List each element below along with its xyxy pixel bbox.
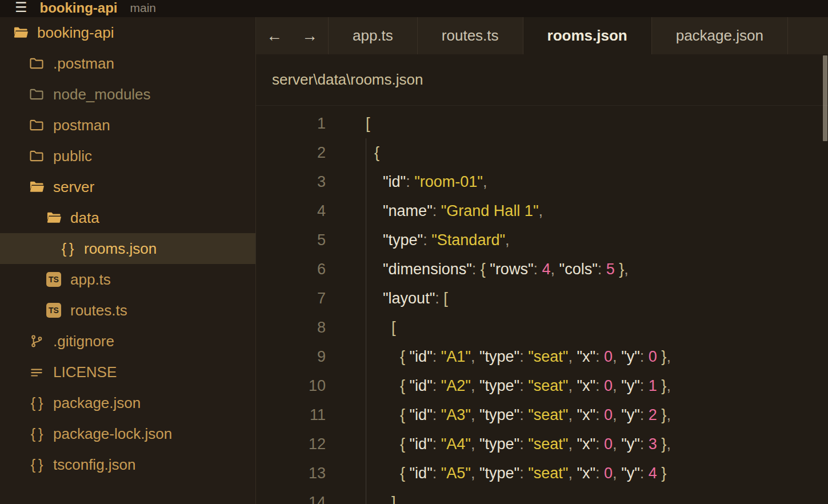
sidebar-item-label: booking-api — [37, 24, 114, 42]
folder-icon — [27, 86, 46, 102]
branch-label[interactable]: main — [130, 1, 157, 15]
sidebar-item-public[interactable]: public — [0, 141, 255, 171]
code-text: { "id": "A4", "type": "seat", "x": 0, "y… — [326, 435, 671, 453]
json-icon: { } — [27, 426, 46, 442]
code-text: { "id": "A3", "type": "seat", "x": 0, "y… — [326, 406, 671, 424]
sidebar-item-label: routes.ts — [70, 302, 127, 319]
code-line[interactable]: 9 { "id": "A1", "type": "seat", "x": 0, … — [256, 342, 828, 371]
ts-icon: TS — [45, 272, 63, 287]
indent-guide — [366, 138, 366, 504]
sidebar-item-tsconfig-json[interactable]: { }tsconfig.json — [0, 449, 255, 480]
title-bar: ☰ booking-api main — [0, 0, 828, 17]
code-text: "layout": [ — [326, 290, 448, 307]
code-editor[interactable]: 1[2 {3 "id": "room-01",4 "name": "Grand … — [256, 106, 828, 504]
sidebar-item-package-json[interactable]: { }package.json — [0, 387, 255, 418]
sidebar-item-label: node_modules — [53, 86, 151, 103]
breadcrumb[interactable]: server\data\rooms.json — [272, 71, 423, 89]
json-icon: { } — [27, 457, 46, 473]
sidebar-item-gitignore[interactable]: .gitignore — [0, 326, 255, 357]
code-line[interactable]: 13 { "id": "A5", "type": "seat", "x": 0,… — [256, 459, 828, 488]
line-number: 8 — [256, 319, 326, 337]
folder-icon — [27, 55, 46, 71]
tab-routes-ts[interactable]: routes.ts — [418, 17, 523, 54]
breadcrumb-bar: server\data\rooms.json — [256, 54, 828, 106]
line-number: 12 — [256, 435, 326, 453]
sidebar-item-rooms-json[interactable]: { }rooms.json — [0, 233, 255, 264]
folder-open-icon — [45, 210, 63, 226]
code-line[interactable]: 3 "id": "room-01", — [256, 167, 828, 197]
tab-app-ts[interactable]: app.ts — [329, 17, 418, 54]
line-number: 5 — [256, 231, 326, 249]
nav-arrows: ← → — [256, 17, 329, 54]
sidebar-item-label: server — [53, 178, 94, 196]
line-number: 6 — [256, 261, 326, 278]
sidebar-item-node-modules[interactable]: node_modules — [0, 79, 255, 110]
code-text: [ — [326, 115, 370, 133]
line-number: 14 — [256, 494, 326, 504]
line-number: 4 — [256, 202, 326, 220]
git-icon — [27, 334, 46, 349]
code-line[interactable]: 2 { — [256, 138, 828, 167]
sidebar-item-label: package.json — [53, 394, 141, 412]
json-icon: { } — [27, 395, 46, 411]
sidebar-item-label: .postman — [53, 55, 114, 73]
project-title[interactable]: booking-api — [40, 0, 118, 16]
line-number: 9 — [256, 348, 326, 366]
sidebar-item-data[interactable]: data — [0, 202, 255, 233]
code-line[interactable]: 11 { "id": "A3", "type": "seat", "x": 0,… — [256, 401, 828, 430]
sidebar-item-license[interactable]: LICENSE — [0, 357, 255, 387]
code-line[interactable]: 12 { "id": "A4", "type": "seat", "x": 0,… — [256, 430, 828, 459]
line-number: 10 — [256, 377, 326, 395]
sidebar-item-package-lock-json[interactable]: { }package-lock.json — [0, 418, 255, 449]
code-text: "type": "Standard", — [326, 231, 510, 249]
code-text: { "id": "A5", "type": "seat", "x": 0, "y… — [326, 465, 666, 482]
code-line[interactable]: 6 "dimensions": { "rows": 4, "cols": 5 }… — [256, 255, 828, 284]
code-text: { "id": "A1", "type": "seat", "x": 0, "y… — [326, 348, 671, 366]
sidebar-item-label: public — [53, 147, 92, 165]
code-line[interactable]: 1[ — [256, 109, 828, 138]
sidebar-item-label: data — [70, 209, 99, 227]
sidebar-item-label: .gitignore — [53, 333, 114, 350]
sidebar-item-server[interactable]: server — [0, 171, 255, 202]
line-number: 7 — [256, 290, 326, 307]
menu-icon[interactable]: ☰ — [15, 1, 27, 14]
code-line[interactable]: 14 ] — [256, 488, 828, 504]
line-number: 2 — [256, 144, 326, 162]
sidebar-item-booking-api[interactable]: booking-api — [0, 17, 255, 48]
sidebar-item-label: rooms.json — [84, 240, 157, 258]
code-text: ] — [326, 494, 396, 504]
code-line[interactable]: 5 "type": "Standard", — [256, 226, 828, 255]
sidebar-item-label: LICENSE — [53, 363, 117, 381]
line-number: 13 — [256, 465, 326, 482]
file-explorer: booking-api.postmannode_modulespostmanpu… — [0, 17, 256, 504]
sidebar-item-label: postman — [53, 117, 110, 134]
code-line[interactable]: 10 { "id": "A2", "type": "seat", "x": 0,… — [256, 371, 828, 401]
back-button[interactable]: ← — [266, 27, 282, 45]
sidebar-item-postman[interactable]: postman — [0, 110, 255, 141]
editor-pane: ← → app.tsroutes.tsrooms.jsonpackage.jso… — [256, 17, 828, 504]
forward-button[interactable]: → — [302, 27, 318, 45]
code-text: "dimensions": { "rows": 4, "cols": 5 }, — [326, 261, 629, 278]
sidebar-item-postman[interactable]: .postman — [0, 48, 255, 79]
sidebar-item-label: package-lock.json — [53, 425, 172, 443]
ts-icon: TS — [45, 303, 63, 318]
code-line[interactable]: 4 "name": "Grand Hall 1", — [256, 197, 828, 226]
lines-icon — [27, 365, 46, 379]
editor-window: ☰ booking-api main booking-api.postmanno… — [0, 0, 828, 504]
sidebar-item-label: tsconfig.json — [53, 456, 136, 474]
json-icon: { } — [58, 241, 77, 257]
code-text: [ — [326, 319, 396, 337]
scrollbar[interactable] — [823, 55, 827, 141]
code-text: "name": "Grand Hall 1", — [326, 202, 543, 220]
sidebar-item-app-ts[interactable]: TSapp.ts — [0, 264, 255, 295]
sidebar-item-routes-ts[interactable]: TSroutes.ts — [0, 295, 255, 326]
folder-icon — [27, 117, 46, 133]
code-line[interactable]: 7 "layout": [ — [256, 284, 828, 313]
code-text: { "id": "A2", "type": "seat", "x": 0, "y… — [326, 377, 671, 395]
sidebar-item-label: app.ts — [70, 271, 111, 289]
folder-icon — [27, 148, 46, 164]
tab-rooms-json[interactable]: rooms.json — [523, 17, 652, 54]
code-line[interactable]: 8 [ — [256, 313, 828, 342]
tab-package-json[interactable]: package.json — [652, 17, 788, 54]
folder-open-icon — [27, 179, 46, 195]
